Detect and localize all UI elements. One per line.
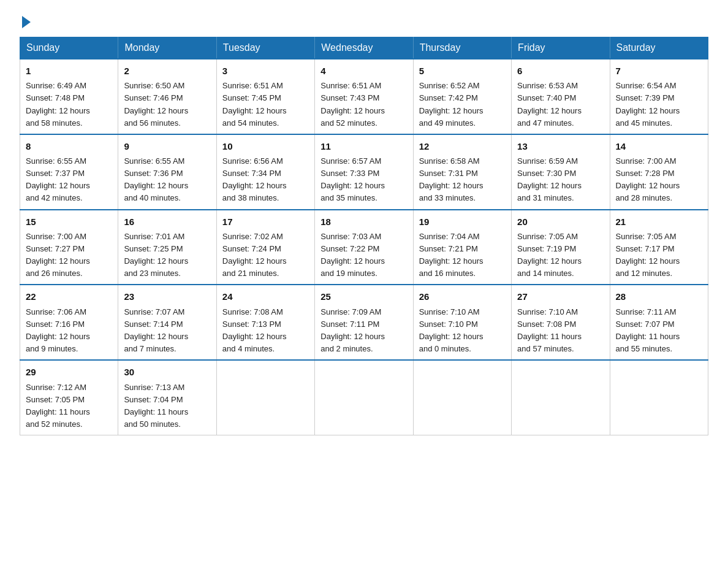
weekday-header-thursday: Thursday: [413, 37, 511, 59]
calendar-cell: 22Sunrise: 7:06 AMSunset: 7:16 PMDayligh…: [20, 285, 118, 360]
day-number: 7: [616, 64, 702, 78]
day-number: 6: [517, 64, 604, 78]
day-info: Sunrise: 7:09 AMSunset: 7:11 PMDaylight:…: [320, 306, 407, 356]
day-info: Sunrise: 6:49 AMSunset: 7:48 PMDaylight:…: [26, 80, 112, 129]
day-info: Sunrise: 6:51 AMSunset: 7:45 PMDaylight:…: [222, 80, 309, 129]
day-number: 8: [26, 139, 112, 153]
calendar-cell: 26Sunrise: 7:10 AMSunset: 7:10 PMDayligh…: [413, 285, 511, 360]
day-info: Sunrise: 7:05 AMSunset: 7:19 PMDaylight:…: [517, 231, 604, 280]
day-info: Sunrise: 7:11 AMSunset: 7:07 PMDaylight:…: [616, 306, 702, 356]
calendar-cell: 11Sunrise: 6:57 AMSunset: 7:33 PMDayligh…: [315, 134, 413, 210]
calendar-cell: 8Sunrise: 6:55 AMSunset: 7:37 PMDaylight…: [20, 134, 118, 210]
day-number: 18: [320, 215, 407, 229]
calendar-table: SundayMondayTuesdayWednesdayThursdayFrid…: [20, 37, 708, 435]
day-info: Sunrise: 7:05 AMSunset: 7:17 PMDaylight:…: [616, 231, 702, 280]
day-info: Sunrise: 6:57 AMSunset: 7:33 PMDaylight:…: [320, 155, 407, 205]
calendar-cell: 16Sunrise: 7:01 AMSunset: 7:25 PMDayligh…: [118, 210, 216, 285]
day-number: 2: [124, 64, 210, 78]
day-info: Sunrise: 6:54 AMSunset: 7:39 PMDaylight:…: [616, 80, 702, 129]
weekday-header-sunday: Sunday: [20, 37, 118, 59]
week-row-4: 22Sunrise: 7:06 AMSunset: 7:16 PMDayligh…: [20, 285, 708, 360]
calendar-cell: 18Sunrise: 7:03 AMSunset: 7:22 PMDayligh…: [315, 210, 413, 285]
calendar-cell: 6Sunrise: 6:53 AMSunset: 7:40 PMDaylight…: [512, 59, 610, 134]
logo: [20, 15, 31, 26]
calendar-cell: 15Sunrise: 7:00 AMSunset: 7:27 PMDayligh…: [20, 210, 118, 285]
day-number: 30: [124, 365, 210, 379]
day-number: 5: [419, 64, 506, 78]
day-info: Sunrise: 7:01 AMSunset: 7:25 PMDaylight:…: [124, 231, 210, 280]
day-number: 29: [26, 365, 112, 379]
day-info: Sunrise: 7:10 AMSunset: 7:08 PMDaylight:…: [517, 306, 604, 356]
weekday-header-row: SundayMondayTuesdayWednesdayThursdayFrid…: [20, 37, 708, 59]
calendar-cell: 27Sunrise: 7:10 AMSunset: 7:08 PMDayligh…: [512, 285, 610, 360]
day-number: 11: [320, 139, 407, 153]
day-number: 10: [222, 139, 309, 153]
calendar-cell: 28Sunrise: 7:11 AMSunset: 7:07 PMDayligh…: [610, 285, 708, 360]
calendar-cell: 5Sunrise: 6:52 AMSunset: 7:42 PMDaylight…: [413, 59, 511, 134]
calendar-cell: [610, 360, 708, 435]
calendar-cell: 3Sunrise: 6:51 AMSunset: 7:45 PMDaylight…: [216, 59, 314, 134]
calendar-cell: 4Sunrise: 6:51 AMSunset: 7:43 PMDaylight…: [315, 59, 413, 134]
day-info: Sunrise: 6:51 AMSunset: 7:43 PMDaylight:…: [320, 80, 407, 129]
weekday-header-wednesday: Wednesday: [315, 37, 413, 59]
day-number: 24: [222, 289, 309, 304]
week-row-1: 1Sunrise: 6:49 AMSunset: 7:48 PMDaylight…: [20, 59, 708, 134]
week-row-5: 29Sunrise: 7:12 AMSunset: 7:05 PMDayligh…: [20, 360, 708, 435]
weekday-header-monday: Monday: [118, 37, 216, 59]
calendar-cell: 10Sunrise: 6:56 AMSunset: 7:34 PMDayligh…: [216, 134, 314, 210]
calendar-cell: [413, 360, 511, 435]
day-info: Sunrise: 7:12 AMSunset: 7:05 PMDaylight:…: [26, 381, 112, 431]
calendar-cell: 17Sunrise: 7:02 AMSunset: 7:24 PMDayligh…: [216, 210, 314, 285]
calendar-cell: 9Sunrise: 6:55 AMSunset: 7:36 PMDaylight…: [118, 134, 216, 210]
day-info: Sunrise: 7:03 AMSunset: 7:22 PMDaylight:…: [320, 231, 407, 280]
weekday-header-friday: Friday: [512, 37, 610, 59]
day-number: 26: [419, 289, 506, 304]
day-number: 21: [616, 215, 702, 229]
day-number: 4: [320, 64, 407, 78]
week-row-3: 15Sunrise: 7:00 AMSunset: 7:27 PMDayligh…: [20, 210, 708, 285]
calendar-cell: 7Sunrise: 6:54 AMSunset: 7:39 PMDaylight…: [610, 59, 708, 134]
calendar-cell: 13Sunrise: 6:59 AMSunset: 7:30 PMDayligh…: [512, 134, 610, 210]
day-info: Sunrise: 7:07 AMSunset: 7:14 PMDaylight:…: [124, 306, 210, 356]
day-info: Sunrise: 7:02 AMSunset: 7:24 PMDaylight:…: [222, 231, 309, 280]
day-number: 22: [26, 289, 112, 304]
day-info: Sunrise: 6:50 AMSunset: 7:46 PMDaylight:…: [124, 80, 210, 129]
day-number: 28: [616, 289, 702, 304]
day-number: 3: [222, 64, 309, 78]
calendar-cell: 29Sunrise: 7:12 AMSunset: 7:05 PMDayligh…: [20, 360, 118, 435]
day-info: Sunrise: 6:56 AMSunset: 7:34 PMDaylight:…: [222, 155, 309, 205]
calendar-cell: 30Sunrise: 7:13 AMSunset: 7:04 PMDayligh…: [118, 360, 216, 435]
day-number: 15: [26, 215, 112, 229]
weekday-header-tuesday: Tuesday: [216, 37, 314, 59]
day-info: Sunrise: 7:10 AMSunset: 7:10 PMDaylight:…: [419, 306, 506, 356]
day-info: Sunrise: 6:53 AMSunset: 7:40 PMDaylight:…: [517, 80, 604, 129]
day-info: Sunrise: 6:55 AMSunset: 7:37 PMDaylight:…: [26, 155, 112, 205]
day-info: Sunrise: 7:13 AMSunset: 7:04 PMDaylight:…: [124, 381, 210, 431]
day-info: Sunrise: 6:55 AMSunset: 7:36 PMDaylight:…: [124, 155, 210, 205]
calendar-cell: 20Sunrise: 7:05 AMSunset: 7:19 PMDayligh…: [512, 210, 610, 285]
calendar-cell: 14Sunrise: 7:00 AMSunset: 7:28 PMDayligh…: [610, 134, 708, 210]
header: [20, 15, 708, 26]
day-number: 23: [124, 289, 210, 304]
day-number: 1: [26, 64, 112, 78]
calendar-cell: 23Sunrise: 7:07 AMSunset: 7:14 PMDayligh…: [118, 285, 216, 360]
day-number: 20: [517, 215, 604, 229]
day-number: 12: [419, 139, 506, 153]
weekday-header-saturday: Saturday: [610, 37, 708, 59]
day-info: Sunrise: 7:08 AMSunset: 7:13 PMDaylight:…: [222, 306, 309, 356]
day-info: Sunrise: 7:00 AMSunset: 7:27 PMDaylight:…: [26, 231, 112, 280]
day-number: 17: [222, 215, 309, 229]
day-number: 13: [517, 139, 604, 153]
calendar-cell: 21Sunrise: 7:05 AMSunset: 7:17 PMDayligh…: [610, 210, 708, 285]
calendar-cell: 24Sunrise: 7:08 AMSunset: 7:13 PMDayligh…: [216, 285, 314, 360]
calendar-cell: [216, 360, 314, 435]
day-info: Sunrise: 6:59 AMSunset: 7:30 PMDaylight:…: [517, 155, 604, 205]
calendar-cell: [315, 360, 413, 435]
day-number: 27: [517, 289, 604, 304]
calendar-cell: 12Sunrise: 6:58 AMSunset: 7:31 PMDayligh…: [413, 134, 511, 210]
calendar-cell: 1Sunrise: 6:49 AMSunset: 7:48 PMDaylight…: [20, 59, 118, 134]
calendar-cell: 25Sunrise: 7:09 AMSunset: 7:11 PMDayligh…: [315, 285, 413, 360]
day-number: 19: [419, 215, 506, 229]
day-number: 14: [616, 139, 702, 153]
calendar-cell: 19Sunrise: 7:04 AMSunset: 7:21 PMDayligh…: [413, 210, 511, 285]
